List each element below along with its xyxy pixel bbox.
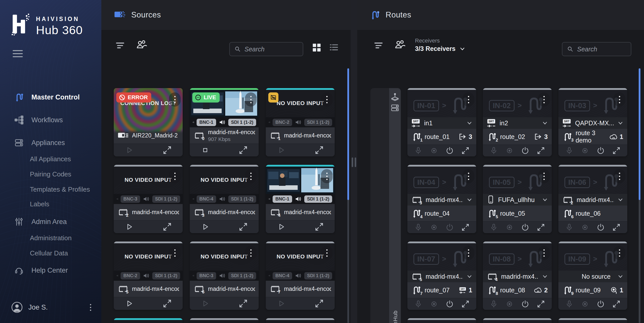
card-menu-button[interactable] [169, 92, 181, 107]
record-button[interactable] [505, 223, 514, 232]
source-card[interactable]: CONNECTION LOST ERROR AIR220_Madrid-2 [114, 88, 183, 156]
sidebar-item-master-control[interactable]: Master Control [0, 91, 101, 103]
record-button[interactable] [581, 223, 589, 232]
sidebar-item-appliances[interactable]: Appliances [0, 137, 101, 149]
chevron-down-icon[interactable] [542, 196, 548, 203]
card-menu-button[interactable] [538, 246, 550, 260]
route-card[interactable]: IN-03 > SRT QAPDX-MX... 3 route 3 demo1 [558, 88, 627, 156]
power-button[interactable] [445, 223, 454, 232]
power-button[interactable] [596, 300, 605, 308]
card-menu-button[interactable] [321, 246, 333, 260]
source-selector[interactable]: 4 madrid-mx4... [483, 271, 552, 282]
card-menu-button[interactable] [614, 246, 625, 260]
card-menu-button[interactable] [614, 92, 625, 107]
receivers-dropdown[interactable]: Receivers 3/3 Receivers [415, 37, 466, 52]
power-button[interactable] [521, 300, 529, 308]
chevron-down-icon[interactable] [466, 196, 473, 203]
play-button[interactable] [276, 299, 286, 308]
power-button[interactable] [521, 223, 529, 232]
expand-button[interactable] [537, 146, 545, 155]
source-card-partial[interactable] [114, 318, 183, 323]
source-selector[interactable]: SRT in2 [483, 117, 552, 129]
routes-filter-icon[interactable] [373, 40, 384, 51]
routes-search-input[interactable] [577, 46, 627, 53]
route-card-partial[interactable] [483, 318, 552, 323]
user-menu-button[interactable] [89, 303, 92, 312]
expand-button[interactable] [314, 222, 324, 232]
source-selector[interactable]: SRT in1 [407, 117, 476, 129]
route-card[interactable]: IN-06 > 2 madrid-mx4... 6 route_06 [558, 165, 627, 233]
expand-button[interactable] [461, 223, 470, 232]
expand-button[interactable] [461, 300, 470, 308]
expand-button[interactable] [238, 222, 248, 232]
chevron-down-icon[interactable] [466, 273, 473, 280]
card-menu-button[interactable] [245, 246, 257, 260]
chevron-down-icon[interactable] [466, 120, 473, 126]
card-menu-button[interactable] [463, 169, 474, 183]
source-card[interactable]: NO VIDEO INPUT BNC-2 SDI 1 (1-2) 1 madri… [266, 88, 335, 156]
expand-button[interactable] [238, 145, 248, 155]
sidebar-item-labels[interactable]: Labels [0, 198, 101, 210]
sidebar-item-all-appliances[interactable]: All Appliances [0, 153, 101, 165]
power-button[interactable] [521, 146, 529, 155]
route-card[interactable]: IN-08 > 4 madrid-mx4... 8 route_082 [483, 241, 552, 310]
mic-button[interactable] [414, 146, 423, 155]
route-card[interactable]: IN-01 > SRT in1 1 route_013 [407, 88, 476, 156]
chevron-down-icon[interactable] [617, 273, 624, 280]
route-card[interactable]: IN-09 > No source 9 route_091 [558, 241, 627, 310]
route-card[interactable]: IN-04 > 3 madrid-mx4... 4 route_04 [407, 165, 476, 233]
expand-button[interactable] [314, 299, 324, 308]
card-menu-button[interactable] [321, 169, 333, 183]
user-row[interactable]: Joe S. [0, 300, 101, 314]
card-menu-button[interactable] [321, 92, 333, 107]
streamhub-rail[interactable]: StreamHub [370, 88, 401, 323]
source-selector[interactable]: FUFA_ullhhu [483, 194, 552, 206]
sources-search-input[interactable] [244, 46, 299, 53]
source-card-partial[interactable] [190, 318, 259, 323]
card-menu-button[interactable] [538, 169, 550, 183]
expand-button[interactable] [461, 146, 470, 155]
grid-view-icon[interactable] [311, 42, 322, 53]
source-card[interactable]: NO VIDEO INPUT BNC-4 SDI 1 (1-2) 3 madri… [190, 165, 259, 233]
routes-scrollbar-thumb[interactable] [639, 68, 640, 200]
play-button[interactable] [200, 222, 210, 232]
server-icon[interactable] [390, 103, 400, 112]
sidebar-item-pairing-codes[interactable]: Pairing Codes [0, 168, 101, 180]
power-button[interactable] [445, 300, 454, 308]
record-button[interactable] [581, 300, 589, 308]
expand-button[interactable] [537, 300, 545, 308]
divider-drag-handle[interactable] [352, 157, 356, 167]
chevron-down-icon[interactable] [617, 196, 624, 203]
route-card-partial[interactable] [558, 318, 627, 323]
sources-scrollbar-thumb[interactable] [347, 68, 349, 200]
sidebar-item-cellular-data[interactable]: Cellular Data [0, 247, 101, 259]
source-card[interactable]: NO VIDEO INPUT BNC-4 SDI 1 (1-2) 7 madri… [266, 241, 335, 310]
route-card[interactable]: IN-02 > SRT in2 2 route_023 [483, 88, 552, 156]
play-button[interactable] [276, 222, 286, 232]
menu-toggle-icon[interactable] [13, 50, 23, 59]
expand-button[interactable] [162, 222, 172, 232]
power-button[interactable] [445, 146, 454, 155]
source-card[interactable]: LIVE BNC-1 SDI 1 (1-2) 0 madrid-mx4-enco… [190, 88, 259, 156]
card-menu-button[interactable] [538, 92, 550, 107]
card-menu-button[interactable] [245, 169, 257, 183]
record-button[interactable] [505, 146, 514, 155]
power-button[interactable] [596, 223, 605, 232]
expand-button[interactable] [612, 300, 621, 308]
record-button[interactable] [430, 146, 438, 155]
expand-button[interactable] [537, 223, 545, 232]
sidebar-item-templates-profiles[interactable]: Templates & Profiles [0, 183, 101, 195]
route-card-partial[interactable] [407, 318, 476, 323]
chevron-down-icon[interactable] [542, 273, 548, 280]
expand-button[interactable] [314, 145, 324, 155]
card-menu-button[interactable] [169, 169, 181, 183]
play-button[interactable] [124, 222, 134, 232]
mic-button[interactable] [489, 146, 498, 155]
card-menu-button[interactable] [614, 169, 625, 183]
mic-button[interactable] [565, 223, 574, 232]
route-card[interactable]: IN-05 > FUFA_ullhhu 5 route_05 [483, 165, 552, 233]
chevron-down-icon[interactable] [542, 120, 548, 126]
source-selector[interactable]: 5 madrid-mx4... [407, 271, 476, 282]
expand-button[interactable] [162, 299, 172, 308]
play-button[interactable] [276, 145, 286, 155]
